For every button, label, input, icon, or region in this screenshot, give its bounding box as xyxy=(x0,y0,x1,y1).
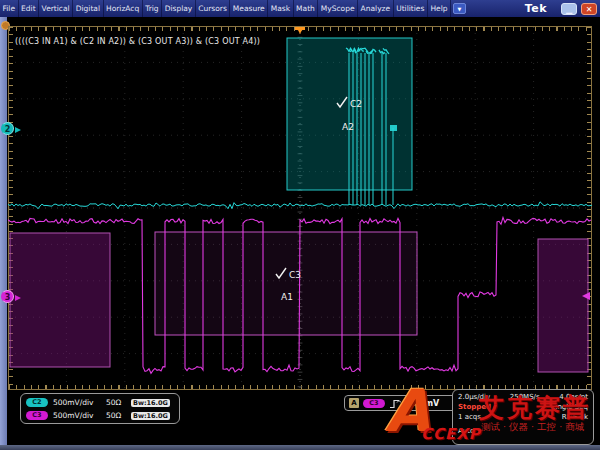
menu-item-display[interactable]: Display xyxy=(162,0,196,17)
channel-termination: 50Ω xyxy=(106,398,126,407)
channel-termination: 50Ω xyxy=(106,411,126,420)
menu-item-digital[interactable]: Digital xyxy=(73,0,103,17)
menu-item-vertical[interactable]: Vertical xyxy=(39,0,73,17)
horizontal-readout-box[interactable]: 2.0μs/div 250MS/s 4.0ns/pt Stopped Singl… xyxy=(452,389,594,445)
close-button[interactable]: ✕ xyxy=(581,3,597,15)
menu-more-button[interactable]: ▼ xyxy=(453,3,466,14)
channel-scale: 500mV/div xyxy=(53,411,101,420)
close-icon: ✕ xyxy=(586,5,593,14)
menu-item-file[interactable]: File xyxy=(0,0,19,17)
math-expression-label: ((((C3 IN A1) & (C2 IN A2)) & (C3 OUT A3… xyxy=(15,37,260,46)
menu-item-measure[interactable]: Measure xyxy=(230,0,268,17)
channel-readout-row[interactable]: C3500mV/div50ΩBw:16.0G xyxy=(26,409,174,422)
oscilloscope-window: FileEditVerticalDigitalHorizAcqTrigDispl… xyxy=(0,0,600,450)
menu-item-edit[interactable]: Edit xyxy=(19,0,40,17)
trigger-readout-box[interactable]: A C3 30.0mV xyxy=(344,395,466,411)
channel-readout-rows: C2500mV/div50ΩBw:16.0GC3500mV/div50ΩBw:1… xyxy=(26,396,174,422)
menu-item-utilities[interactable]: Utilities xyxy=(394,0,428,17)
menu-list: FileEditVerticalDigitalHorizAcqTrigDispl… xyxy=(0,0,451,17)
minimize-button[interactable]: ▁ xyxy=(561,3,577,15)
accexp-logo: A xyxy=(385,381,430,441)
trigger-a-icon: A xyxy=(349,398,359,408)
menu-item-analyze[interactable]: Analyze xyxy=(358,0,394,17)
svg-text:C3: C3 xyxy=(289,270,301,280)
menu-item-trig[interactable]: Trig xyxy=(143,0,162,17)
channel-2-position-marker[interactable]: 2 xyxy=(1,122,14,135)
channel-readout-row[interactable]: C2500mV/div50ΩBw:16.0G xyxy=(26,396,174,409)
chevron-down-icon: ▼ xyxy=(458,6,462,12)
channel-badge: C3 xyxy=(26,411,48,420)
tek-logo: Tek xyxy=(525,2,547,15)
rising-edge-icon xyxy=(389,398,401,409)
menu-item-myscope[interactable]: MyScope xyxy=(318,0,358,17)
acquisition-status: Stopped xyxy=(458,402,491,412)
sample-rate: 250MS/s xyxy=(510,392,540,402)
bottom-border xyxy=(0,445,600,450)
trigger-source-badge: C3 xyxy=(363,399,385,408)
left-border xyxy=(0,17,7,445)
record-length: RL:5.0k xyxy=(562,412,588,422)
menu-item-help[interactable]: Help xyxy=(428,0,451,17)
sample-resolution: 4.0ns/pt xyxy=(559,392,588,402)
waveform-display[interactable]: C2A2C3A1 ((((C3 IN A1) & (C2 IN A2)) & (… xyxy=(8,26,592,390)
menu-item-horizacq[interactable]: HorizAcq xyxy=(104,0,143,17)
waveform-plot[interactable]: C2A2C3A1 xyxy=(8,26,592,390)
acquisition-mode: Single Seq xyxy=(551,402,588,412)
menu-item-cursors[interactable]: Cursors xyxy=(196,0,231,17)
svg-text:C2: C2 xyxy=(350,99,362,109)
timebase-scale: 2.0μs/div xyxy=(458,392,490,402)
svg-text:A2: A2 xyxy=(342,122,354,132)
trigger-mode: Auto xyxy=(458,426,474,436)
channel-bandwidth: Bw:16.0G xyxy=(131,399,170,407)
menu-bar: FileEditVerticalDigitalHorizAcqTrigDispl… xyxy=(0,0,600,17)
channel-bandwidth: Bw:16.0G xyxy=(131,412,170,420)
channel-readout-box[interactable]: C2500mV/div50ΩBw:16.0GC3500mV/div50ΩBw:1… xyxy=(20,393,180,424)
menu-item-math[interactable]: Math xyxy=(294,0,319,17)
trigger-level-readout: 30.0mV xyxy=(405,399,439,408)
menu-item-mask[interactable]: Mask xyxy=(268,0,293,17)
channel-3-position-marker[interactable]: 3 xyxy=(1,290,14,303)
scope-stage: C2A2C3A1 ((((C3 IN A1) & (C2 IN A2)) & (… xyxy=(0,17,600,450)
svg-text:A1: A1 xyxy=(281,292,293,302)
channel-scale: 500mV/div xyxy=(53,398,101,407)
minimize-icon: ▁ xyxy=(566,5,572,14)
acquisition-count: 1 acqs xyxy=(458,412,481,422)
channel-badge: C2 xyxy=(26,398,48,407)
